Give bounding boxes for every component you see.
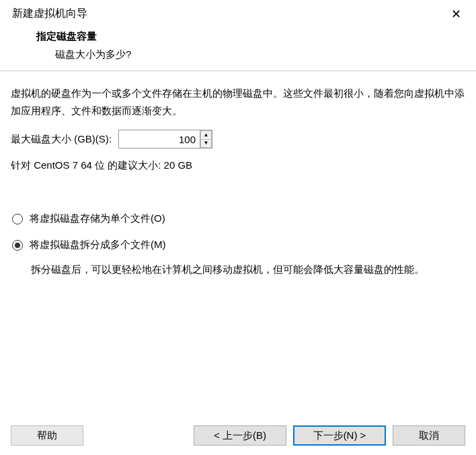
back-button[interactable]: < 上一步(B) xyxy=(194,425,286,446)
radio-single-file[interactable]: 将虚拟磁盘存储为单个文件(O) xyxy=(12,212,465,225)
disk-size-spinner[interactable]: ▲ ▼ xyxy=(118,130,212,149)
spinner-buttons: ▲ ▼ xyxy=(200,130,212,148)
window-title: 新建虚拟机向导 xyxy=(12,7,87,21)
wizard-header: 指定磁盘容量 磁盘大小为多少? xyxy=(0,30,476,71)
spinner-down-icon[interactable]: ▼ xyxy=(200,139,212,149)
button-bar: 帮助 < 上一步(B) 下一步(N) > 取消 xyxy=(0,425,476,446)
header-subtitle: 磁盘大小为多少? xyxy=(36,48,476,61)
recommended-size: 针对 CentOS 7 64 位 的建议大小: 20 GB xyxy=(11,159,465,172)
titlebar: 新建虚拟机向导 ✕ xyxy=(0,0,476,30)
help-button[interactable]: 帮助 xyxy=(11,425,83,446)
radio-icon xyxy=(12,214,23,224)
next-button[interactable]: 下一步(N) > xyxy=(293,425,386,446)
radio-split-files-label: 将虚拟磁盘拆分成多个文件(M) xyxy=(30,239,166,251)
radio-icon xyxy=(12,240,23,251)
disk-size-input[interactable] xyxy=(119,130,200,148)
content-area: 虚拟机的硬盘作为一个或多个文件存储在主机的物理磁盘中。这些文件最初很小，随着您向… xyxy=(0,71,476,278)
close-icon[interactable]: ✕ xyxy=(447,8,465,20)
disk-size-label: 最大磁盘大小 (GB)(S): xyxy=(11,133,112,146)
split-files-note: 拆分磁盘后，可以更轻松地在计算机之间移动虚拟机，但可能会降低大容量磁盘的性能。 xyxy=(12,261,465,278)
disk-type-radio-group: 将虚拟磁盘存储为单个文件(O) 将虚拟磁盘拆分成多个文件(M) 拆分磁盘后，可以… xyxy=(11,212,465,278)
spinner-up-icon[interactable]: ▲ xyxy=(200,130,212,139)
disk-description: 虚拟机的硬盘作为一个或多个文件存储在主机的物理磁盘中。这些文件最初很小，随着您向… xyxy=(11,85,465,119)
cancel-button[interactable]: 取消 xyxy=(393,425,465,446)
radio-split-files[interactable]: 将虚拟磁盘拆分成多个文件(M) xyxy=(12,239,465,251)
spacer xyxy=(90,425,187,446)
header-title: 指定磁盘容量 xyxy=(36,30,476,43)
disk-size-row: 最大磁盘大小 (GB)(S): ▲ ▼ xyxy=(11,130,465,149)
radio-single-file-label: 将虚拟磁盘存储为单个文件(O) xyxy=(30,212,165,225)
